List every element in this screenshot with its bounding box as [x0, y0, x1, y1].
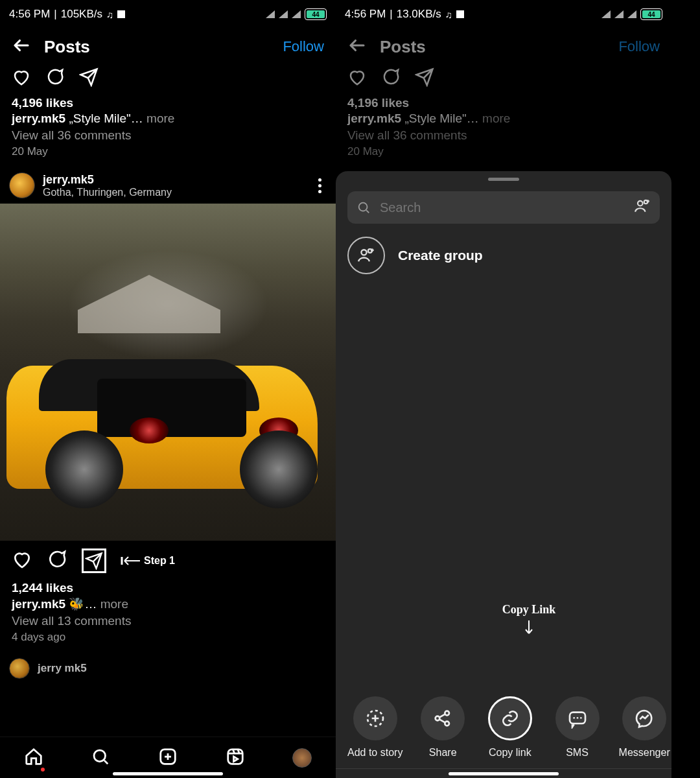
page-title: Posts: [44, 37, 90, 57]
post-image[interactable]: [0, 204, 336, 541]
caption[interactable]: jerry.mk5 „Style Mile"… more: [347, 112, 660, 126]
svg-point-6: [361, 250, 366, 255]
prev-post-meta: 4,196 likes jerry.mk5 „Style Mile"… more…: [336, 91, 671, 167]
post-username[interactable]: jerry mk5: [38, 662, 87, 675]
stop-icon: [456, 10, 464, 18]
back-icon[interactable]: [347, 36, 367, 58]
signal-icon: [601, 10, 611, 18]
comment-icon[interactable]: [45, 67, 65, 89]
like-icon[interactable]: [347, 67, 367, 89]
status-time: 4:56 PM: [345, 8, 386, 21]
post-header: jerry.mk5 Gotha, Thuringen, Germany: [0, 167, 336, 204]
svg-point-3: [359, 203, 368, 211]
share-sms[interactable]: SMS: [550, 696, 605, 759]
avatar[interactable]: [9, 172, 35, 198]
add-people-icon[interactable]: [634, 198, 651, 217]
battery-icon: 44: [640, 8, 662, 20]
music-icon: ♫: [106, 9, 113, 20]
stop-icon: [117, 10, 125, 18]
post-date: 4 days ago: [12, 628, 324, 650]
svg-point-0: [94, 750, 106, 762]
status-speed: 105KB/s: [61, 8, 102, 21]
prev-post-actions: [0, 65, 336, 91]
share-copy-link[interactable]: Copy link: [483, 696, 537, 759]
notification-dot-icon: [41, 768, 45, 772]
status-time: 4:56 PM: [9, 8, 50, 21]
create-group-icon: [347, 237, 385, 274]
send-icon[interactable]: [82, 548, 106, 573]
annotation-step1: Step 1: [121, 555, 175, 567]
share-add-to-story[interactable]: Add to story: [347, 696, 402, 759]
prev-post-meta: 4,196 likes jerry.mk5 „Style Mile"… more…: [0, 91, 336, 167]
nav-search-icon[interactable]: [91, 747, 110, 769]
like-icon[interactable]: [12, 67, 31, 89]
like-icon[interactable]: [12, 549, 32, 572]
search-icon: [356, 200, 371, 215]
view-comments[interactable]: View all 13 comments: [12, 611, 324, 628]
comment-icon[interactable]: [47, 549, 67, 572]
status-bar: 4:56 PM | 105KB/s ♫ 44: [0, 0, 336, 29]
send-icon[interactable]: [79, 67, 99, 89]
battery-icon: 44: [305, 8, 327, 20]
sheet-grabber[interactable]: [488, 178, 519, 181]
nav-create-icon[interactable]: [158, 747, 178, 769]
screenshot-right: 4:56 PM | 13.0KB/s ♫ 44 Posts Follow 4,1…: [336, 0, 671, 778]
nav-profile-icon[interactable]: [292, 748, 312, 768]
svg-point-13: [573, 717, 575, 719]
nav-home-icon[interactable]: [24, 747, 43, 769]
search-bar[interactable]: [347, 191, 660, 224]
annotation-copy-link: Copy Link: [490, 603, 568, 639]
signal-icon: [627, 10, 636, 18]
bottom-nav: [0, 737, 336, 778]
post-actions: Step 1: [0, 541, 336, 576]
music-icon: ♫: [445, 9, 452, 20]
page-title: Posts: [380, 37, 426, 57]
share-messenger[interactable]: Messenger: [617, 696, 671, 759]
likes-count[interactable]: 1,244 likes: [12, 578, 324, 596]
follow-button[interactable]: Follow: [618, 38, 660, 55]
likes-count[interactable]: 4,196 likes: [12, 93, 324, 112]
next-post-header: jerry mk5: [0, 653, 336, 679]
signal-icon: [279, 10, 288, 18]
follow-button[interactable]: Follow: [283, 38, 324, 55]
app-header: Posts Follow: [0, 29, 336, 65]
signal-icon: [614, 10, 624, 18]
search-input[interactable]: [380, 200, 625, 215]
likes-count[interactable]: 4,196 likes: [347, 93, 660, 112]
home-indicator: [449, 772, 559, 775]
caption[interactable]: jerry.mk5 🐝… more: [12, 596, 324, 611]
create-group-button[interactable]: Create group: [336, 233, 671, 285]
home-indicator: [113, 772, 223, 775]
status-bar: 4:56 PM | 13.0KB/s ♫ 44: [336, 0, 671, 29]
share-sheet: Create group Copy Link Add to story Shar…: [336, 171, 671, 778]
view-comments[interactable]: View all 36 comments: [12, 126, 324, 143]
prev-post-actions: [336, 65, 671, 91]
post-meta: 1,244 likes jerry.mk5 🐝… more View all 1…: [0, 576, 336, 653]
post-date: 20 May: [12, 143, 324, 165]
screenshot-left: 4:56 PM | 105KB/s ♫ 44 Posts Follow 4,19…: [0, 0, 336, 778]
nav-reels-icon[interactable]: [226, 747, 245, 769]
signal-icon: [266, 10, 275, 18]
app-header: Posts Follow: [336, 29, 671, 65]
post-username[interactable]: jerry.mk5: [43, 173, 172, 187]
share-options-row: Add to story Share Copy link SMS Messeng…: [336, 696, 671, 759]
more-options-icon[interactable]: [313, 173, 327, 198]
svg-point-4: [638, 201, 643, 206]
share-share[interactable]: Share: [415, 696, 470, 759]
comment-icon[interactable]: [381, 67, 401, 89]
svg-point-15: [580, 717, 582, 719]
back-icon[interactable]: [12, 36, 31, 58]
svg-point-14: [576, 717, 578, 719]
send-icon[interactable]: [415, 67, 434, 89]
divider: [336, 768, 671, 769]
caption[interactable]: jerry.mk5 „Style Mile"… more: [12, 112, 324, 126]
post-date: 20 May: [347, 143, 660, 165]
signal-icon: [292, 10, 301, 18]
avatar[interactable]: [9, 658, 30, 679]
status-speed: 13.0KB/s: [397, 8, 441, 21]
view-comments[interactable]: View all 36 comments: [347, 126, 660, 143]
post-location[interactable]: Gotha, Thuringen, Germany: [43, 187, 172, 198]
